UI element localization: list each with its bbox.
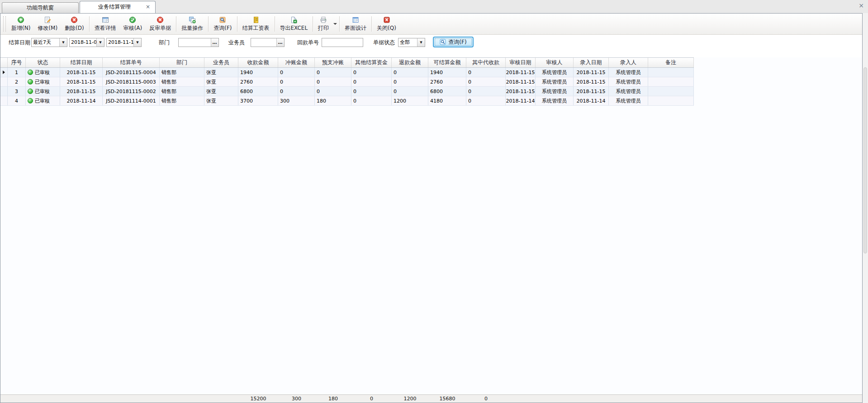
- grid-cell-auditor[interactable]: 系统管理员: [536, 77, 574, 86]
- grid-header-doc_no[interactable]: 结算单号: [103, 58, 160, 67]
- grid-row[interactable]: 3已审核2018-11-15JSD-20181115-0002销售部张亚6800…: [0, 87, 694, 96]
- grid-header-entry_date[interactable]: 录入日期: [574, 58, 609, 67]
- grid-cell-remark[interactable]: [648, 77, 694, 86]
- grid-cell-settle_date[interactable]: 2018-11-15: [60, 77, 103, 86]
- grid-header-seq[interactable]: 序号: [8, 58, 26, 67]
- grid-cell-audit_date[interactable]: 2018-11-15: [506, 68, 536, 77]
- dept-ellipsis-button[interactable]: …: [211, 38, 218, 47]
- grid-cell-refund_amount[interactable]: 0: [392, 68, 428, 77]
- grid-row[interactable]: 1已审核2018-11-15JSD-20181115-0004销售部张亚1940…: [0, 68, 694, 77]
- grid-cell-seq[interactable]: 1: [8, 68, 26, 77]
- grid-cell-settle_date[interactable]: 2018-11-15: [60, 68, 103, 77]
- grid-cell-entry_date[interactable]: 2018-11-15: [574, 77, 609, 86]
- grid-cell-advance_offset[interactable]: 180: [315, 96, 351, 105]
- grid-cell-seq[interactable]: 4: [8, 96, 26, 105]
- grid-cell-settleable_amount[interactable]: 2760: [428, 77, 466, 86]
- grid-header-other_settle_funds[interactable]: 其他结算资金: [351, 58, 392, 67]
- chevron-down-icon[interactable]: ▼: [96, 38, 104, 47]
- grid-cell-remark[interactable]: [648, 96, 694, 105]
- grid-header-refund_amount[interactable]: 退款金额: [392, 58, 428, 67]
- toolbar-button-approve[interactable]: 审核(A): [120, 14, 146, 34]
- grid-cell-seq[interactable]: 3: [8, 87, 26, 96]
- grid-cell-audit_date[interactable]: 2018-11-15: [506, 77, 536, 86]
- toolbar-button-payroll[interactable]: 结算工资表: [239, 14, 273, 34]
- grid-header-receipt_amount[interactable]: 收款金额: [238, 58, 278, 67]
- toolbar-button-batch[interactable]: 批量操作: [178, 14, 207, 34]
- grid-cell-status[interactable]: 已审核: [26, 87, 60, 96]
- grid-cell-entry_by[interactable]: 系统管理员: [609, 68, 648, 77]
- grid-cell-settle_date[interactable]: 2018-11-15: [60, 87, 103, 96]
- grid-cell-dept[interactable]: 销售部: [160, 77, 204, 86]
- grid-cell-dept[interactable]: 销售部: [160, 68, 204, 77]
- date-to-picker[interactable]: 2018-11-15 ▼: [106, 38, 142, 47]
- grid-cell-salesman[interactable]: 张亚: [204, 68, 238, 77]
- grid-cell-doc_no[interactable]: JSD-20181115-0002: [103, 87, 160, 96]
- grid-cell-entry_by[interactable]: 系统管理员: [609, 87, 648, 96]
- grid-cell-entry_by[interactable]: 系统管理员: [609, 96, 648, 105]
- grid-cell-auditor[interactable]: 系统管理员: [536, 68, 574, 77]
- print-dropdown-caret-icon[interactable]: [332, 14, 338, 34]
- grid-cell-offset_amount[interactable]: 0: [278, 77, 315, 86]
- grid-cell-settle_date[interactable]: 2018-11-14: [60, 96, 103, 105]
- grid-header-settleable_amount[interactable]: 可结算金额: [428, 58, 466, 67]
- grid-cell-dept[interactable]: 销售部: [160, 96, 204, 105]
- grid-cell-agency_collect[interactable]: 0: [466, 77, 506, 86]
- grid-cell-advance_offset[interactable]: 0: [315, 87, 351, 96]
- grid-header-offset_amount[interactable]: 冲账金额: [278, 58, 315, 67]
- toolbar-grip-handle[interactable]: [3, 16, 6, 32]
- grid-cell-entry_date[interactable]: 2018-11-14: [574, 96, 609, 105]
- grid-cell-advance_offset[interactable]: 0: [315, 77, 351, 86]
- grid-cell-status[interactable]: 已审核: [26, 77, 60, 86]
- date-from-picker[interactable]: 2018-11-08 ▼: [69, 38, 104, 47]
- grid-cell-status[interactable]: 已审核: [26, 68, 60, 77]
- grid-header-entry_by[interactable]: 录入人: [609, 58, 648, 67]
- grid-cell-seq[interactable]: 2: [8, 77, 26, 86]
- tab-function-navigation[interactable]: 功能导航窗: [2, 2, 79, 13]
- grid-cell-refund_amount[interactable]: 1200: [392, 96, 428, 105]
- toolbar-button-export-excel[interactable]: 导出EXCEL: [276, 14, 312, 34]
- grid-cell-other_settle_funds[interactable]: 0: [351, 96, 392, 105]
- grid-cell-other_settle_funds[interactable]: 0: [351, 77, 392, 86]
- grid-cell-other_settle_funds[interactable]: 0: [351, 87, 392, 96]
- query-button[interactable]: 查询(F): [433, 37, 474, 47]
- grid-cell-doc_no[interactable]: JSD-20181114-0001: [103, 96, 160, 105]
- grid-cell-receipt_amount[interactable]: 6800: [238, 87, 278, 96]
- grid-cell-salesman[interactable]: 张亚: [204, 96, 238, 105]
- grid-cell-offset_amount[interactable]: 300: [278, 96, 315, 105]
- grid-cell-salesman[interactable]: 张亚: [204, 77, 238, 86]
- tab-business-settlement[interactable]: 业务结算管理 ×: [80, 1, 156, 13]
- grid-cell-settleable_amount[interactable]: 1940: [428, 68, 466, 77]
- grid-header-salesman[interactable]: 业务员: [204, 58, 238, 67]
- grid-cell-dept[interactable]: 销售部: [160, 87, 204, 96]
- grid-row[interactable]: 4已审核2018-11-14JSD-20181114-0001销售部张亚3700…: [0, 96, 694, 106]
- toolbar-button-query[interactable]: 查询(F): [210, 14, 235, 34]
- toolbar-button-edit[interactable]: 修改(M): [34, 14, 61, 34]
- grid-cell-receipt_amount[interactable]: 1940: [238, 68, 278, 77]
- grid-cell-receipt_amount[interactable]: 3700: [238, 96, 278, 105]
- grid-cell-other_settle_funds[interactable]: 0: [351, 68, 392, 77]
- grid-cell-advance_offset[interactable]: 0: [315, 68, 351, 77]
- toolbar-button-view-detail[interactable]: 查看详情: [91, 14, 120, 34]
- grid-cell-salesman[interactable]: 张亚: [204, 87, 238, 96]
- tab-close-icon[interactable]: ×: [145, 4, 151, 10]
- receipt-no-input[interactable]: [322, 38, 363, 47]
- grid-header-auditor[interactable]: 审核人: [536, 58, 574, 67]
- scrollbar-thumb[interactable]: [863, 67, 867, 253]
- grid-cell-status[interactable]: 已审核: [26, 96, 60, 105]
- grid-header-status[interactable]: 状态: [26, 58, 60, 67]
- toolbar-button-add[interactable]: 新增(N): [8, 14, 34, 34]
- grid-cell-audit_date[interactable]: 2018-11-15: [506, 87, 536, 96]
- grid-cell-settleable_amount[interactable]: 4180: [428, 96, 466, 105]
- grid-header-agency_collect[interactable]: 其中代收款: [466, 58, 506, 67]
- date-range-select[interactable]: 最近7天 ▼: [31, 38, 67, 47]
- grid-cell-entry_by[interactable]: 系统管理员: [609, 77, 648, 86]
- grid-cell-receipt_amount[interactable]: 2760: [238, 77, 278, 86]
- grid-header-audit_date[interactable]: 审核日期: [506, 58, 536, 67]
- grid-cell-auditor[interactable]: 系统管理员: [536, 96, 574, 105]
- salesman-ellipsis-button[interactable]: …: [276, 38, 284, 47]
- toolbar-button-delete[interactable]: 删除(D): [61, 14, 88, 34]
- dept-input[interactable]: [179, 38, 211, 47]
- grid-cell-entry_date[interactable]: 2018-11-15: [574, 68, 609, 77]
- grid-row[interactable]: 2已审核2018-11-15JSD-20181115-0003销售部张亚2760…: [0, 77, 694, 87]
- grid-header-settle_date[interactable]: 结算日期: [60, 58, 103, 67]
